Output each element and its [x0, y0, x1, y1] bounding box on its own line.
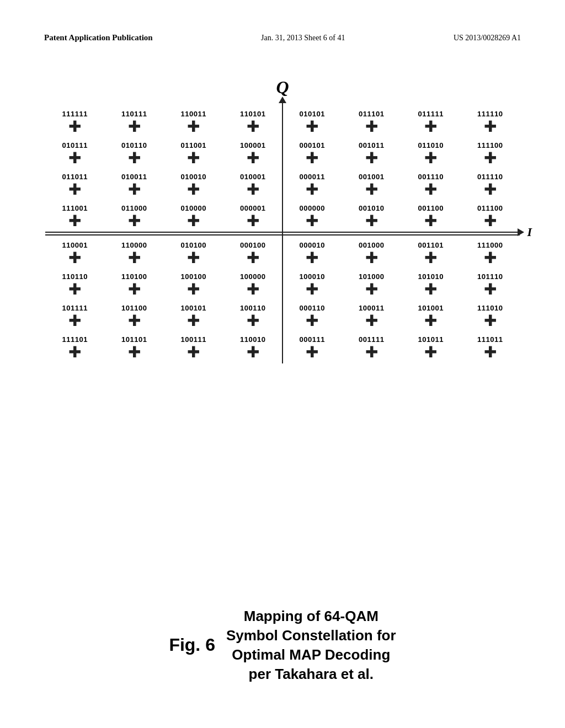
point-cell: 001110✚: [403, 169, 459, 201]
point-label: 110101: [240, 110, 265, 118]
point-cell: 100000✚: [225, 269, 280, 301]
point-cross: ✚: [247, 250, 259, 266]
point-cell: 110001✚: [47, 238, 103, 269]
point-cross: ✚: [484, 345, 497, 360]
us-patent-label: US 2013/0028269 A1: [454, 34, 521, 42]
point-label: 000110: [300, 304, 325, 312]
point-label: 000101: [300, 141, 325, 149]
point-cell: 000111✚: [285, 332, 340, 363]
point-cross: ✚: [68, 282, 81, 297]
point-label: 010010: [181, 173, 206, 181]
point-cross: ✚: [365, 151, 378, 166]
point-label: 111000: [477, 241, 503, 249]
point-cell: 101000✚: [344, 269, 399, 301]
point-cross: ✚: [306, 213, 318, 229]
point-label: 001010: [359, 204, 384, 212]
point-label: 100111: [181, 335, 206, 344]
point-label: 011001: [181, 141, 206, 149]
point-cross: ✚: [128, 250, 141, 266]
point-label: 001001: [359, 173, 384, 181]
point-cross: ✚: [68, 151, 81, 166]
point-cross: ✚: [187, 213, 200, 229]
point-label: 010100: [181, 241, 206, 249]
point-cross: ✚: [365, 345, 378, 360]
point-cell: 111111✚: [47, 106, 103, 138]
vertical-axis-arrow: [279, 97, 286, 103]
point-label: 101001: [418, 304, 444, 312]
point-cross: ✚: [187, 119, 200, 135]
point-cell: 011011✚: [47, 169, 103, 201]
point-cross: ✚: [484, 151, 497, 166]
point-label: 100101: [181, 304, 206, 312]
point-cell: 010101✚: [285, 106, 340, 138]
point-cell: 110010✚: [225, 332, 280, 363]
point-label: 010011: [121, 173, 147, 181]
point-cell: 101011✚: [403, 332, 459, 363]
horizontal-axis-arrow: [518, 228, 524, 236]
point-cell: 010100✚: [166, 238, 221, 269]
point-cross: ✚: [365, 182, 378, 197]
q-axis-label: Q: [45, 77, 520, 98]
point-label: 010101: [300, 110, 325, 118]
point-label: 000001: [240, 204, 265, 212]
patent-publication-label: Patent Application Publication: [44, 33, 153, 42]
point-cross: ✚: [187, 345, 200, 360]
point-cross: ✚: [187, 313, 200, 329]
point-label: 110000: [121, 241, 147, 249]
point-label: 111111: [62, 110, 88, 118]
point-cell: 011100✚: [462, 201, 518, 232]
point-label: 011100: [477, 204, 503, 212]
point-cross: ✚: [68, 250, 81, 266]
point-cross: ✚: [424, 182, 437, 197]
point-label: 111001: [62, 204, 88, 212]
point-cross: ✚: [365, 250, 378, 266]
point-cross: ✚: [128, 345, 141, 360]
point-cross: ✚: [424, 151, 437, 166]
point-cell: 100010✚: [285, 269, 340, 301]
point-label: 001100: [418, 204, 444, 212]
point-label: 001011: [359, 141, 384, 149]
horizontal-axis: I: [45, 232, 520, 233]
point-label: 100011: [359, 304, 384, 312]
point-cell: 101100✚: [106, 301, 162, 332]
point-cell: 000000✚: [285, 201, 340, 232]
point-cell: 110100✚: [106, 269, 162, 301]
point-cross: ✚: [306, 282, 318, 297]
point-cell: 110110✚: [47, 269, 103, 301]
point-cell: 011111✚: [403, 106, 459, 138]
point-cell: 000101✚: [285, 138, 340, 169]
point-label: 000000: [300, 204, 325, 212]
point-cross: ✚: [424, 119, 437, 135]
point-label: 101100: [121, 304, 147, 312]
point-cross: ✚: [306, 119, 318, 135]
point-cell: 011101✚: [344, 106, 399, 138]
point-cross: ✚: [306, 250, 318, 266]
point-cross: ✚: [424, 345, 437, 360]
point-cell: 000110✚: [285, 301, 340, 332]
point-label: 010110: [121, 141, 147, 149]
point-cross: ✚: [247, 282, 259, 297]
point-cell: 111001✚: [47, 201, 103, 232]
point-cell: 111110✚: [462, 106, 518, 138]
point-cross: ✚: [68, 182, 81, 197]
point-cell: 100011✚: [344, 301, 399, 332]
point-cross: ✚: [247, 151, 259, 166]
point-cross: ✚: [128, 151, 141, 166]
point-label: 101000: [359, 272, 384, 281]
point-cell: 100100✚: [166, 269, 221, 301]
point-cross: ✚: [365, 282, 378, 297]
point-cross: ✚: [68, 313, 81, 329]
point-cross: ✚: [128, 119, 141, 135]
point-label: 101110: [477, 272, 503, 281]
point-label: 101011: [418, 335, 444, 344]
point-cross: ✚: [306, 151, 318, 166]
point-label: 110010: [240, 335, 265, 344]
point-cell: 111010✚: [462, 301, 518, 332]
point-cross: ✚: [365, 313, 378, 329]
point-cell: 110111✚: [106, 106, 162, 138]
point-label: 000010: [300, 241, 325, 249]
point-cell: 001000✚: [344, 238, 399, 269]
point-cross: ✚: [484, 313, 497, 329]
point-label: 111100: [477, 141, 503, 149]
point-cell: 001100✚: [403, 201, 459, 232]
